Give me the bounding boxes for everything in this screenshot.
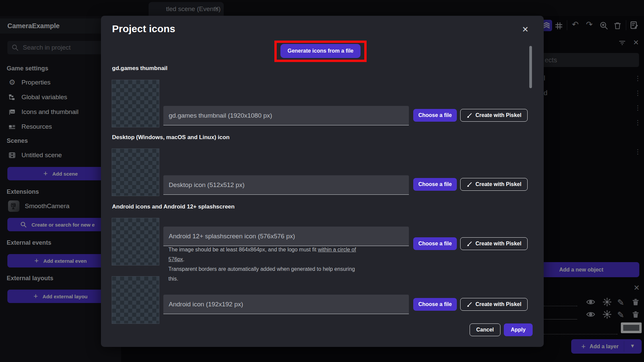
choose-file-button[interactable]: Choose a file (413, 178, 457, 191)
button-label: Choose a file (418, 241, 452, 247)
brush-icon (467, 302, 472, 307)
choose-file-button[interactable]: Choose a file (413, 237, 457, 250)
android-icon-field[interactable] (163, 295, 409, 314)
apply-button[interactable]: Apply (504, 323, 533, 336)
button-label: Apply (511, 327, 526, 333)
create-with-piskel-button[interactable]: Create with Piskel (460, 298, 528, 311)
button-label: Create with Piskel (476, 301, 522, 307)
button-label: Create with Piskel (476, 241, 522, 247)
section-label-desktop: Desktop (Windows, macOS and Linux) icon (112, 134, 229, 141)
android-splashscreen-field[interactable] (163, 227, 409, 246)
section-label-gdgames: gd.games thumbnail (112, 65, 167, 72)
splashscreen-helper-text: The image should be at least 864x864px, … (168, 245, 363, 284)
thumbnail-preview-splashscreen (112, 218, 159, 265)
thumbnail-preview-desktop (112, 148, 159, 196)
create-with-piskel-button[interactable]: Create with Piskel (460, 178, 528, 191)
helper-text: The image should be at least 864x864px, … (168, 247, 318, 252)
button-label: Generate icons from a file (287, 48, 354, 54)
choose-file-button[interactable]: Choose a file (413, 109, 457, 122)
gdevelop-window: tled scene (Events) ✕ CameraExample Game… (0, 0, 644, 362)
brush-icon (467, 241, 472, 247)
gdgames-thumbnail-field[interactable] (163, 106, 409, 125)
brush-icon (467, 113, 472, 118)
dialog-title: Project icons (112, 23, 175, 35)
dialog-close-icon[interactable]: ✕ (520, 24, 531, 35)
section-label-android: Android icons and Android 12+ splashscre… (112, 203, 234, 210)
button-label: Choose a file (418, 112, 452, 118)
thumbnail-preview-android-icon (112, 276, 159, 324)
brush-icon (467, 182, 472, 187)
create-with-piskel-button[interactable]: Create with Piskel (460, 109, 528, 122)
choose-file-button[interactable]: Choose a file (413, 298, 457, 311)
thumbnail-preview-gdgames (112, 80, 159, 127)
create-with-piskel-button[interactable]: Create with Piskel (460, 237, 528, 250)
button-label: Create with Piskel (476, 112, 522, 118)
dialog-scrollbar-thumb[interactable] (529, 46, 532, 88)
button-label: Choose a file (418, 181, 452, 187)
desktop-icon-field[interactable] (163, 175, 409, 195)
generate-icons-button[interactable]: Generate icons from a file (280, 44, 361, 58)
button-label: Create with Piskel (476, 181, 522, 187)
cancel-button[interactable]: Cancel (470, 323, 500, 336)
button-label: Choose a file (418, 301, 452, 307)
project-icons-dialog: Project icons ✕ Generate icons from a fi… (101, 16, 544, 347)
button-label: Cancel (476, 327, 494, 333)
helper-text: . (183, 256, 184, 262)
helper-text: Transparent borders are automatically ad… (168, 266, 355, 282)
